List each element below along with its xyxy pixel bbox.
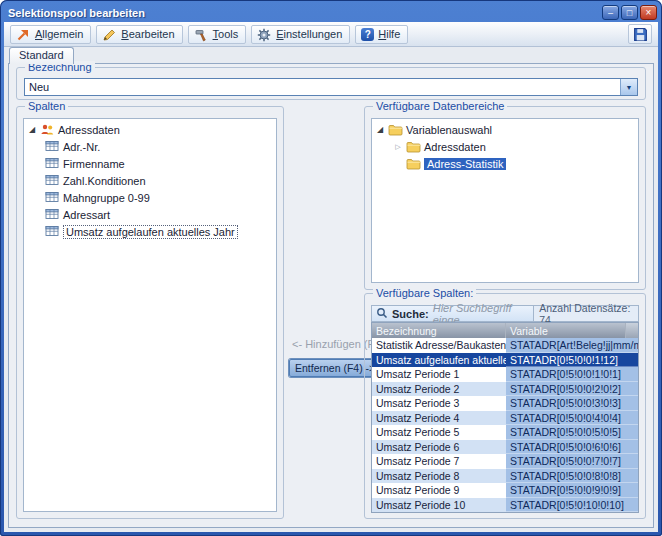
table-row[interactable]: Umsatz Periode 3 STATADR[0!5!0!0!3!0!3] <box>372 396 638 411</box>
allgemein-label: Allgemein <box>35 28 83 40</box>
cell-bezeichnung: Umsatz Periode 9 <box>372 483 506 498</box>
save-button[interactable] <box>628 24 652 44</box>
tree-item-label: Adress-Statistik <box>424 158 506 170</box>
gear-icon <box>257 28 272 41</box>
table-row[interactable]: Umsatz Periode 4 STATADR[0!5!0!0!4!0!4] <box>372 411 638 426</box>
cell-bezeichnung: Umsatz Periode 6 <box>372 440 506 455</box>
table-icon <box>45 140 60 153</box>
chevron-down-icon[interactable]: ▼ <box>620 79 637 95</box>
datenbereiche-tree: ◢ Variablenauswahl ▷ Adressdaten Adress-… <box>371 118 639 283</box>
allgemein-button[interactable]: Allgemein <box>10 25 91 44</box>
bearbeiten-button[interactable]: Bearbeiten <box>96 25 182 44</box>
window-title: Selektionspool bearbeiten <box>4 7 145 19</box>
columns-grid: Bezeichnung Variable Statistik Adresse/B… <box>371 322 639 513</box>
cell-bezeichnung: Umsatz Periode 4 <box>372 411 506 426</box>
client-area: Allgemein Bearbeiten Tools Einstellungen <box>4 22 658 532</box>
cell-variable: STATADR[0!5!0!10!0!10] <box>506 498 638 513</box>
table-row[interactable]: Umsatz aufgelaufen aktuelles Jahr STATAD… <box>372 353 638 368</box>
table-icon <box>45 191 60 204</box>
table-row[interactable]: Umsatz Periode 5 STATADR[0!5!0!0!5!0!5] <box>372 425 638 440</box>
cell-variable: STATADR[Art!Beleg!jj|mm/m <box>506 338 638 353</box>
table-row[interactable]: Umsatz Periode 7 STATADR[0!5!0!0!7!0!7] <box>372 454 638 469</box>
cell-variable: STATADR[0!5!0!0!6!0!6] <box>506 440 638 455</box>
tree-item-label: Adressdaten <box>424 141 486 153</box>
tree-item-firmenname[interactable]: Firmenname <box>24 155 276 172</box>
cell-variable: STATADR[0!5!0!0!2!0!2] <box>506 382 638 397</box>
expander-icon[interactable]: ▷ <box>393 143 403 151</box>
folder-icon <box>388 123 403 136</box>
column-header-bezeichnung[interactable]: Bezeichnung <box>372 323 506 338</box>
column-header-variable[interactable]: Variable <box>506 323 625 338</box>
column-options-button[interactable] <box>625 323 638 338</box>
table-row[interactable]: Umsatz Periode 10 STATADR[0!5!0!10!0!10] <box>372 498 638 513</box>
tree-item-label: Firmenname <box>63 158 125 170</box>
table-row[interactable]: Umsatz Periode 8 STATADR[0!5!0!0!8!0!8] <box>372 469 638 484</box>
tree-item-mahngruppe[interactable]: Mahngruppe 0-99 <box>24 189 276 206</box>
cell-bezeichnung: Umsatz Periode 8 <box>372 469 506 484</box>
table-icon <box>45 208 60 221</box>
cell-variable: STATADR[0!5!0!0!3!0!3] <box>506 396 638 411</box>
search-bar: Suche: Hier Suchbegriff einge Anzahl Dat… <box>371 305 639 322</box>
window-controls: – □ × <box>602 5 658 20</box>
search-label: Suche: <box>392 308 429 320</box>
table-row[interactable]: Umsatz Periode 6 STATADR[0!5!0!0!6!0!6] <box>372 440 638 455</box>
tree-item-zahl-konditionen[interactable]: Zahl.Konditionen <box>24 172 276 189</box>
tree-item-label: Mahngruppe 0-99 <box>63 192 150 204</box>
cell-bezeichnung: Umsatz Periode 10 <box>372 498 506 513</box>
close-button[interactable]: × <box>640 5 657 20</box>
cell-bezeichnung: Umsatz Periode 7 <box>372 454 506 469</box>
tree-item-umsatz-aufgelaufen[interactable]: Umsatz aufgelaufen aktuelles Jahr <box>24 223 276 240</box>
maximize-button[interactable]: □ <box>621 5 638 20</box>
bezeichnung-group: Bezeichnung Neu ▼ <box>16 67 646 100</box>
cell-variable: STATADR[0!5!0!0!9!0!9] <box>506 483 638 498</box>
record-count: Anzahl Datensätze: 74 <box>533 306 638 321</box>
verfuegbare-spalten-group: Verfügbare Spalten: Suche: Hier Suchbegr… <box>364 293 646 519</box>
verfuegbare-spalten-group-label: Verfügbare Spalten: <box>373 287 476 299</box>
cell-bezeichnung: Umsatz Periode 5 <box>372 425 506 440</box>
cell-bezeichnung: Statistik Adresse/Baukasten <box>372 338 506 353</box>
tree-item-variablenauswahl[interactable]: ◢ Variablenauswahl <box>372 121 638 138</box>
tools-label: Tools <box>213 28 239 40</box>
tools-button[interactable]: Tools <box>188 25 247 44</box>
pencil-icon <box>102 28 117 41</box>
einstellungen-label: Einstellungen <box>276 28 342 40</box>
cell-variable: STATADR[0!5!0!0!8!0!8] <box>506 469 638 484</box>
table-icon <box>45 225 60 238</box>
tree-item-adressdaten[interactable]: ▷ Adressdaten <box>372 138 638 155</box>
tree-item-label: Zahl.Konditionen <box>63 175 146 187</box>
spalten-group: Spalten ◢ Adressdaten Adr.-Nr. <box>16 106 284 519</box>
expander-icon[interactable]: ◢ <box>27 125 37 134</box>
tree-item-adress-statistik[interactable]: Adress-Statistik <box>372 155 638 172</box>
hilfe-button[interactable]: ? Hilfe <box>355 25 408 44</box>
expander-icon[interactable]: ◢ <box>375 125 385 134</box>
tree-item-adressart[interactable]: Adressart <box>24 206 276 223</box>
tree-item-label: Variablenauswahl <box>406 124 492 136</box>
tab-page: Bezeichnung Neu ▼ Spalten ◢ Adressdaten <box>8 63 654 528</box>
cell-bezeichnung: Umsatz Periode 2 <box>372 382 506 397</box>
datenbereiche-group: Verfügbare Datenbereiche ◢ Variablenausw… <box>364 106 646 290</box>
help-icon: ? <box>361 28 374 41</box>
table-row[interactable]: Umsatz Periode 2 STATADR[0!5!0!0!2!0!2] <box>372 382 638 397</box>
tree-item-adressdaten-root[interactable]: ◢ Adressdaten <box>24 121 276 138</box>
tree-item-adr-nr[interactable]: Adr.-Nr. <box>24 138 276 155</box>
table-row[interactable]: Umsatz Periode 1 STATADR[0!5!0!0!1!0!1] <box>372 367 638 382</box>
tree-item-label: Adressart <box>63 209 110 221</box>
folder-icon <box>406 140 421 153</box>
einstellungen-button[interactable]: Einstellungen <box>251 25 350 44</box>
title-bar[interactable]: Selektionspool bearbeiten – □ × <box>4 3 658 22</box>
bezeichnung-combobox[interactable]: Neu ▼ <box>24 78 638 96</box>
minimize-button[interactable]: – <box>602 5 619 20</box>
tree-item-label: Umsatz aufgelaufen aktuelles Jahr <box>63 225 238 239</box>
tab-standard[interactable]: Standard <box>9 47 74 64</box>
dialog-window: Selektionspool bearbeiten – □ × Allgemei… <box>0 0 662 536</box>
hilfe-label: Hilfe <box>378 28 400 40</box>
arrow-up-right-icon <box>16 28 31 41</box>
hammer-icon <box>194 28 209 41</box>
cell-bezeichnung: Umsatz Periode 1 <box>372 367 506 382</box>
table-row[interactable]: Statistik Adresse/Baukasten STATADR[Art!… <box>372 338 638 353</box>
cell-variable: STATADR[0!5!0!0!1!12] <box>506 353 638 368</box>
toolbar: Allgemein Bearbeiten Tools Einstellungen <box>4 22 658 47</box>
table-row[interactable]: Umsatz Periode 9 STATADR[0!5!0!0!9!0!9] <box>372 483 638 498</box>
save-icon <box>633 27 648 42</box>
cell-variable: STATADR[0!5!0!0!4!0!4] <box>506 411 638 426</box>
